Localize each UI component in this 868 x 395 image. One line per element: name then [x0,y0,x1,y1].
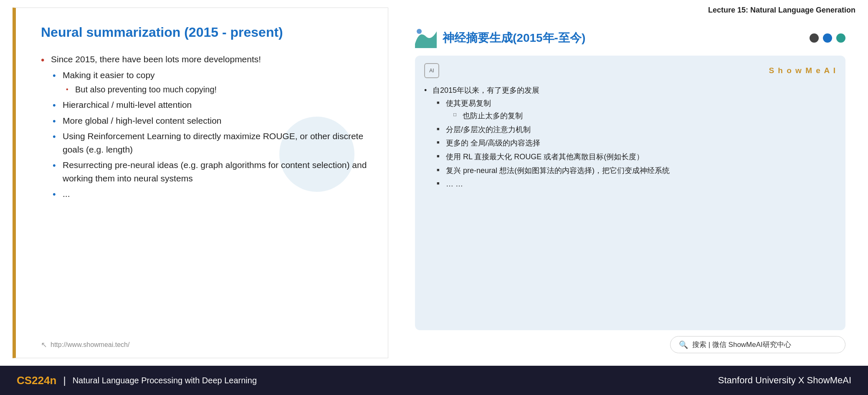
left-slide-panel: Neural summarization (2015 - present) Si… [13,8,388,358]
cn-sub-global: 更多的 全局/高级的内容选择 [437,137,836,150]
cursor-icon: ↖ [41,340,47,349]
x-separator: X [798,375,807,385]
bottom-bar: CS224n | Natural Language Processing wit… [0,366,868,395]
lecture-header: Lecture 15: Natural Language Generation [405,4,855,15]
main-bullet-list: Since 2015, there have been lots more de… [41,53,367,201]
slide-footer: ↖ http://www.showmeai.tech/ [41,340,129,349]
sub-bullet-global: More global / high-level content selecti… [51,114,367,127]
chinese-slide: 神经摘要生成(2015年-至今) AI S h o w M e A I [405,20,855,362]
dot-1 [810,33,819,43]
sub-bullet-copy: Making it easier to copy But also preven… [51,69,367,96]
cn-sub-hierarchical: 分层/多层次的注意力机制 [437,123,836,136]
bottom-left: CS224n | Natural Language Processing wit… [17,374,257,387]
course-subtitle: Natural Language Processing with Deep Le… [73,376,257,385]
bottom-separator: | [63,375,66,386]
slide-title: Neural summarization (2015 - present) [41,25,367,40]
search-text: 搜索 | 微信 ShowMeAI研究中心 [692,340,791,349]
sub-bullet-rl: Using Reinforcement Learning to directly… [51,130,367,156]
cn-sub-resurrect: 复兴 pre-neural 想法(例如图算法的内容选择)，把它们变成神经系统 [437,164,836,177]
dot-2 [823,33,832,43]
ai-box-header: AI S h o w M e A I [424,63,836,78]
chinese-slide-header: 神经摘要生成(2015年-至今) [415,28,845,48]
bottom-right: Stanford University X ShowMeAI [718,375,851,386]
cn-sub-copy: 使其更易复制 也防止太多的复制 [437,97,836,122]
svg-point-0 [417,29,422,34]
cn-bullet-list: 自2015年以来，有了更多的发展 使其更易复制 也防止太多的复制 [424,84,836,191]
sub-bullet-list-1: Making it easier to copy But also preven… [51,69,367,201]
chinese-slide-title: 神经摘要生成(2015年-至今) [443,30,585,46]
ai-icon: AI [424,63,439,78]
sub-bullet-hierarchical: Hierarchical / multi-level attention [51,98,367,112]
dots-row [810,33,845,43]
sub-bullet-ellipsis: ... [51,187,367,201]
showmeai-label: S h o w M e A I [769,66,836,75]
cn-sub-ellipsis: … … [437,178,836,191]
content-area: Neural summarization (2015 - present) Si… [0,0,868,366]
main-container: Neural summarization (2015 - present) Si… [0,0,868,395]
sub-sub-bullet-list: But also preventing too much copying! [63,83,367,96]
wave-icon [415,28,437,48]
brand-name: ShowMeAI [807,375,851,385]
search-icon: 🔍 [679,340,688,349]
course-code: CS224n [17,374,56,387]
cn-sub-list: 使其更易复制 也防止太多的复制 分层/多层次的注意力机制 [437,97,836,191]
sub-sub-bullet-preventing: But also preventing too much copying! [63,83,367,96]
footer-url: http://www.showmeai.tech/ [51,341,129,349]
search-bar[interactable]: 🔍 搜索 | 微信 ShowMeAI研究中心 [670,336,845,353]
bullet-item-1: Since 2015, there have been lots more de… [41,53,367,201]
dot-3 [836,33,845,43]
sub-bullet-resurrect: Resurrecting pre-neural ideas (e.g. grap… [51,158,367,185]
right-panel: Lecture 15: Natural Language Generation … [388,0,868,366]
cn-sub-rl: 使用 RL 直接最大化 ROUGE 或者其他离散目标(例如长度） [437,150,836,163]
university-name: Stanford University [718,375,796,385]
ai-content-box: AI S h o w M e A I 自2015年以来，有了更多的发展 使其更易… [415,56,845,330]
cn-sub-sub-list: 也防止太多的复制 [453,110,836,122]
cn-bullet-1: 自2015年以来，有了更多的发展 使其更易复制 也防止太多的复制 [424,84,836,191]
cn-sub-sub-prevent: 也防止太多的复制 [453,110,836,122]
